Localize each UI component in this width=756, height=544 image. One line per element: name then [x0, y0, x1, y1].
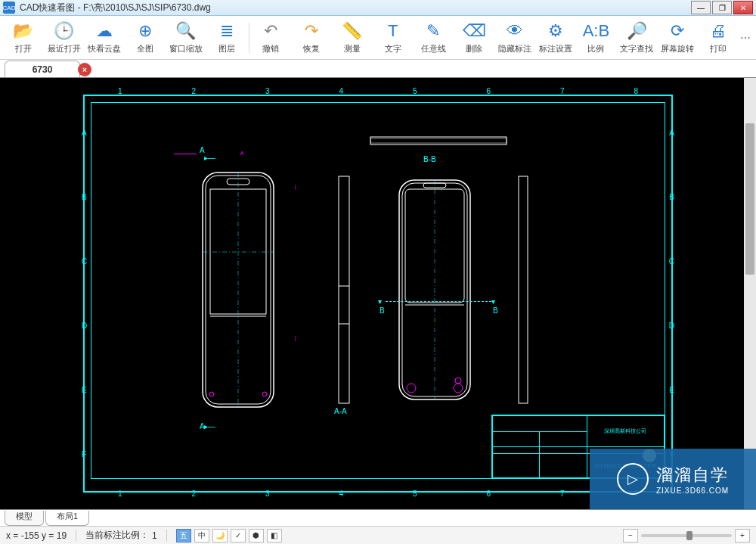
annotation-settings-icon: ⚙	[548, 20, 563, 42]
print-button[interactable]: 🖨打印	[698, 17, 739, 59]
watermark: ▷ 溜溜自学 ZIXUE.3D66.COM	[590, 449, 756, 509]
dim-line	[174, 154, 197, 154]
svg-rect-1	[370, 138, 507, 143]
toolbar-more-button[interactable]: ⋯	[738, 32, 753, 44]
section-arrow-icon: ▾	[378, 297, 382, 306]
scale-button[interactable]: A:B比例	[575, 17, 616, 59]
dim-v1: |	[295, 184, 296, 189]
layout-tab-0[interactable]: 模型	[5, 511, 44, 526]
phone-back-view	[386, 173, 484, 407]
freeline-button[interactable]: ✎任意线	[413, 17, 454, 59]
dim-v2: |	[295, 335, 296, 340]
redo-icon: ↷	[305, 20, 318, 42]
tool-label: 全图	[137, 43, 153, 54]
window-title: CAD快速看图 - F:\亮\2010\SJ\SJ\SIP\6730.dwg	[20, 2, 691, 14]
svg-rect-23	[519, 176, 528, 403]
svg-rect-0	[370, 137, 507, 145]
file-tab-6730[interactable]: 6730 ×	[5, 61, 80, 77]
scrollbar-thumb[interactable]	[745, 123, 754, 275]
status-icon-3[interactable]: ◧	[267, 529, 282, 542]
section-arrow-icon: ▸—	[204, 154, 215, 162]
section-bb-label: B-B	[423, 155, 436, 163]
rotate-screen-button[interactable]: ⟳屏幕旋转	[657, 17, 698, 59]
scale-value: 1	[152, 530, 157, 541]
section-arrow-icon: ▾	[491, 297, 495, 306]
section-b-line	[386, 301, 491, 302]
tool-label: 隐藏标注	[498, 43, 531, 54]
hide-annotation-button[interactable]: 👁隐藏标注	[494, 17, 535, 59]
close-tab-button[interactable]: ×	[78, 63, 91, 76]
text-icon: T	[388, 20, 398, 42]
recent-button[interactable]: 🕒最近打开	[44, 17, 85, 59]
zoom-out-button[interactable]: −	[623, 529, 638, 542]
tool-label: 文字查找	[620, 43, 653, 54]
phone-side-view	[514, 173, 532, 407]
theme-moon-icon[interactable]: 🌙	[212, 529, 228, 542]
svg-point-9	[209, 392, 214, 396]
find-text-button[interactable]: 🔎文字查找	[616, 17, 657, 59]
measure-button[interactable]: 📏测量	[332, 17, 373, 59]
undo-icon: ↶	[264, 20, 277, 42]
minimize-button[interactable]: —	[691, 1, 711, 14]
status-bar: x = -155 y = 19 当前标注比例： 1 五 中 🌙 ✓ ⬢ ◧ − …	[0, 526, 756, 544]
tool-label: 图层	[218, 43, 235, 54]
layers-icon: ≣	[220, 20, 234, 42]
close-window-button[interactable]: ✕	[733, 1, 753, 14]
zoom-window-icon: 🔍	[175, 20, 196, 42]
undo-button[interactable]: ↶撤销	[250, 17, 291, 59]
annotation-settings-button[interactable]: ⚙标注设置	[535, 17, 576, 59]
open-button[interactable]: 📂打开	[3, 17, 44, 59]
status-icon-1[interactable]: ✓	[231, 529, 246, 542]
layout-tab-1[interactable]: 布局1	[45, 511, 89, 526]
fit-icon: ⊕	[138, 20, 152, 42]
zoom-window-button[interactable]: 🔍窗口缩放	[166, 17, 206, 59]
tool-label: 窗口缩放	[169, 43, 203, 54]
tool-label: 标注设置	[539, 43, 572, 54]
file-tab-label: 6730	[33, 64, 53, 75]
vertical-scrollbar[interactable]	[744, 78, 756, 509]
maximize-button[interactable]: ❐	[712, 1, 732, 14]
tool-label: 比例	[587, 43, 604, 54]
tool-label: 测量	[344, 43, 361, 54]
tool-label: 屏幕旋转	[661, 43, 694, 54]
section-bb-view	[363, 131, 514, 154]
toolbar: 📂打开🕒最近打开☁快看云盘⊕全图🔍窗口缩放≣图层↶撤销↷恢复📏测量T文字✎任意线…	[0, 16, 756, 60]
measure-icon: 📏	[342, 20, 362, 42]
tool-label: 文字	[385, 43, 401, 54]
watermark-title: 溜溜自学	[656, 464, 729, 486]
cloud-button[interactable]: ☁快看云盘	[85, 17, 125, 59]
drawing-canvas[interactable]: 12345678 12345678 ABCDEF ABCDEF B-B A A …	[0, 78, 756, 509]
recent-icon: 🕒	[54, 20, 74, 42]
zoom-in-button[interactable]: +	[735, 529, 750, 542]
tool-label: 删除	[466, 43, 482, 54]
text-button[interactable]: T文字	[373, 17, 414, 59]
find-text-icon: 🔎	[627, 20, 647, 42]
delete-button[interactable]: ⌫删除	[454, 17, 494, 59]
status-icon-2[interactable]: ⬢	[249, 529, 264, 542]
section-aa-view	[333, 173, 355, 407]
zoom-slider[interactable]	[641, 534, 732, 537]
zoom-slider-thumb[interactable]	[686, 531, 692, 540]
ime-button-2[interactable]: 中	[194, 529, 209, 542]
phone-front-view	[189, 165, 287, 415]
arrow-b-left: B	[380, 306, 385, 315]
svg-point-21	[455, 378, 461, 384]
tool-label: 打印	[710, 43, 727, 54]
freeline-icon: ✎	[426, 20, 440, 42]
app-icon: CAD	[3, 2, 15, 14]
scale-icon: A:B	[583, 20, 609, 42]
delete-icon: ⌫	[463, 20, 486, 42]
tool-label: 最近打开	[48, 43, 81, 54]
tool-label: 任意线	[421, 43, 446, 54]
tool-label: 打开	[15, 43, 32, 54]
redo-button[interactable]: ↷恢复	[291, 17, 332, 59]
svg-point-10	[262, 392, 267, 396]
svg-rect-11	[339, 176, 349, 403]
layers-button[interactable]: ≣图层	[206, 17, 247, 59]
svg-point-19	[407, 384, 416, 393]
tool-label: 撤销	[262, 43, 279, 54]
fit-button[interactable]: ⊕全图	[125, 17, 166, 59]
ime-button-1[interactable]: 五	[176, 529, 191, 542]
tool-label: 恢复	[303, 43, 320, 54]
svg-point-20	[454, 384, 463, 393]
